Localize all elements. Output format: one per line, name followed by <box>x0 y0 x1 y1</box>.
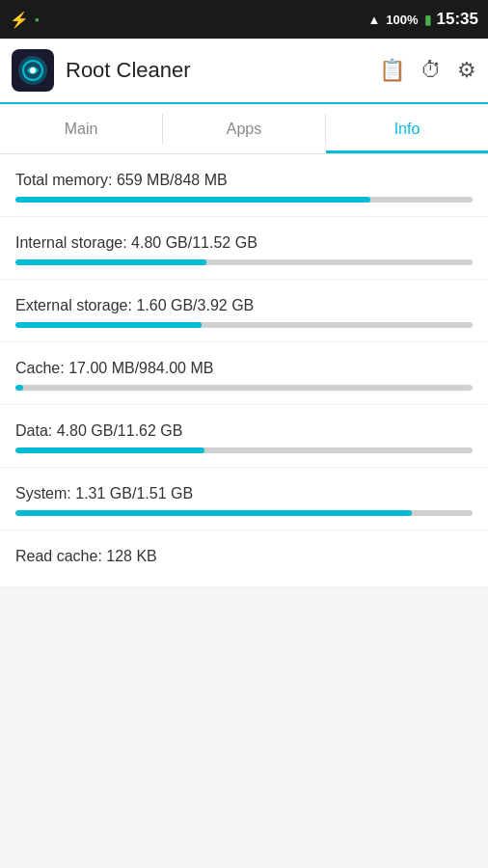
tab-info[interactable]: Info <box>326 104 488 153</box>
status-bar: ⚡ ▪ ▲ 100% ▮ 15:35 <box>0 0 488 39</box>
stat-row-read-cache: Read cache: 128 KB <box>0 530 488 587</box>
content-area: Total memory: 659 MB/848 MBInternal stor… <box>0 154 488 587</box>
progress-bg-data <box>15 448 473 453</box>
progress-bg-internal-storage <box>15 259 473 265</box>
title-bar: Root Cleaner 📋 ⏱ ⚙ <box>0 39 488 104</box>
stat-label-external-storage: External storage: 1.60 GB/3.92 GB <box>15 297 473 314</box>
progress-bg-system <box>15 510 473 516</box>
progress-fill-total-memory <box>15 197 370 203</box>
stat-label-internal-storage: Internal storage: 4.80 GB/11.52 GB <box>15 234 473 252</box>
battery-percent: 100% <box>386 13 418 27</box>
app-title: Root Cleaner <box>66 58 367 83</box>
progress-bg-cache <box>15 385 473 391</box>
stat-row-external-storage: External storage: 1.60 GB/3.92 GB <box>0 280 488 342</box>
tab-main[interactable]: Main <box>0 104 162 153</box>
tab-bar: Main Apps Info <box>0 104 488 154</box>
stat-label-system: System: 1.31 GB/1.51 GB <box>15 485 473 502</box>
tab-apps[interactable]: Apps <box>163 104 325 153</box>
battery-icon: ▪ <box>35 13 40 27</box>
title-actions: 📋 ⏱ ⚙ <box>379 58 476 83</box>
time-display: 15:35 <box>437 10 478 29</box>
progress-fill-system <box>15 510 412 516</box>
progress-fill-external-storage <box>15 322 202 328</box>
stat-label-cache: Cache: 17.00 MB/984.00 MB <box>15 360 473 377</box>
app-logo-icon <box>17 55 48 86</box>
svg-point-2 <box>30 68 36 73</box>
stat-label-data: Data: 4.80 GB/11.62 GB <box>15 422 473 440</box>
progress-fill-internal-storage <box>15 259 206 265</box>
signal-icon: ▲ <box>367 13 380 27</box>
app-icon <box>12 49 54 92</box>
settings-icon[interactable]: ⚙ <box>457 58 476 83</box>
progress-fill-data <box>15 448 204 453</box>
battery-full-icon: ▮ <box>424 13 431 27</box>
history-icon[interactable]: ⏱ <box>420 58 442 83</box>
notes-icon[interactable]: 📋 <box>379 58 405 83</box>
progress-bg-total-memory <box>15 197 473 203</box>
progress-bg-external-storage <box>15 322 473 328</box>
stat-row-internal-storage: Internal storage: 4.80 GB/11.52 GB <box>0 217 488 280</box>
usb-icon: ⚡ <box>10 11 29 29</box>
progress-fill-cache <box>15 385 23 391</box>
status-right: ▲ 100% ▮ 15:35 <box>367 10 478 29</box>
stat-row-data: Data: 4.80 GB/11.62 GB <box>0 405 488 468</box>
stat-label-read-cache: Read cache: 128 KB <box>15 548 473 565</box>
stat-row-system: System: 1.31 GB/1.51 GB <box>0 468 488 530</box>
stat-row-total-memory: Total memory: 659 MB/848 MB <box>0 154 488 217</box>
stat-label-total-memory: Total memory: 659 MB/848 MB <box>15 172 473 189</box>
stat-row-cache: Cache: 17.00 MB/984.00 MB <box>0 342 488 405</box>
status-left: ⚡ ▪ <box>10 11 40 29</box>
